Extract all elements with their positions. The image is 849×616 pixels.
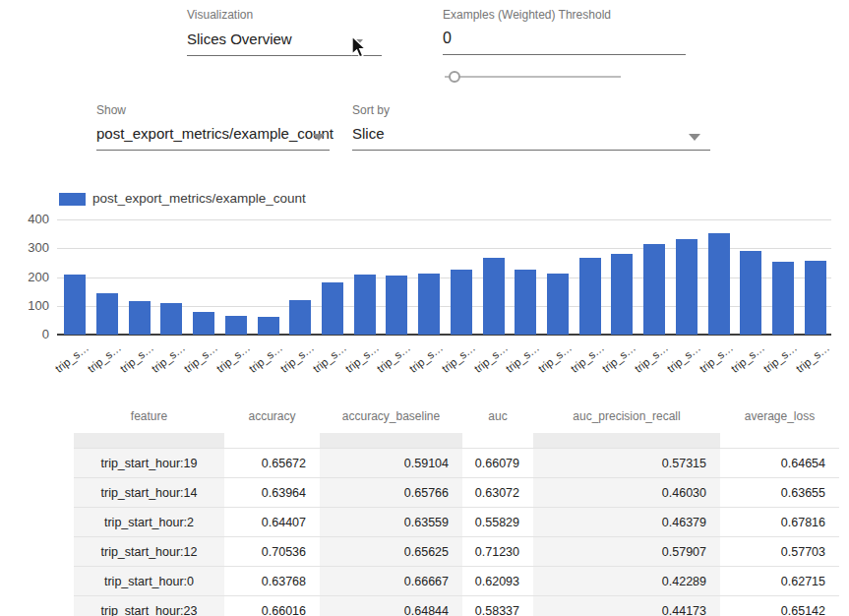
filter-cell[interactable] — [224, 433, 320, 449]
metric-cell: 0.62715 — [720, 567, 839, 596]
metric-cell: 0.57703 — [720, 537, 839, 567]
bar[interactable] — [805, 261, 826, 335]
bar[interactable] — [708, 233, 730, 335]
metric-cell: 0.65142 — [720, 596, 839, 616]
threshold-slider-track[interactable] — [445, 76, 621, 78]
metric-cell: 0.67816 — [720, 508, 839, 537]
bar[interactable] — [418, 274, 440, 335]
bar[interactable] — [322, 282, 343, 335]
filter-cell[interactable] — [462, 433, 533, 449]
bar[interactable] — [193, 312, 214, 335]
metrics-table: featureaccuracyaccuracy_baselineaucauc_p… — [74, 400, 839, 616]
slices-bar-chart: post_export_metrics/example_count 010020… — [0, 185, 849, 382]
feature-cell: trip_start_hour:0 — [74, 567, 224, 596]
metric-cell: 0.63655 — [720, 478, 839, 508]
bar[interactable] — [451, 270, 472, 335]
chevron-down-icon[interactable] — [313, 134, 325, 141]
bar[interactable] — [579, 258, 601, 335]
bar[interactable] — [547, 274, 569, 335]
bar-plot: 0100200300400trip_s…trip_s…trip_s…trip_s… — [0, 185, 849, 382]
bar[interactable] — [386, 276, 407, 335]
y-axis-tick-label: 400 — [10, 212, 49, 226]
metric-cell: 0.55829 — [462, 508, 533, 537]
tfma-slicing-metrics-view: Visualization Slices Overview Examples (… — [0, 0, 849, 616]
table-row[interactable]: trip_start_hour:20.644070.635590.558290.… — [74, 508, 839, 537]
metric-cell: 0.70536 — [224, 537, 320, 567]
visualization-label: Visualization — [187, 8, 382, 22]
y-axis-tick-label: 0 — [10, 327, 49, 341]
metrics-table-head: featureaccuracyaccuracy_baselineaucauc_p… — [74, 400, 839, 449]
bar[interactable] — [515, 270, 536, 335]
metric-cell: 0.57907 — [533, 537, 720, 567]
bar[interactable] — [676, 239, 697, 335]
table-row[interactable]: trip_start_hour:120.705360.656250.712300… — [74, 537, 839, 567]
column-header-auc[interactable]: auc — [462, 400, 533, 433]
metric-cell: 0.59104 — [320, 449, 462, 478]
metrics-table-container: featureaccuracyaccuracy_baselineaucauc_p… — [74, 400, 839, 616]
filter-cell[interactable] — [74, 433, 224, 449]
y-axis-tick-label: 100 — [10, 298, 49, 313]
bar[interactable] — [96, 293, 118, 335]
metric-cell: 0.66079 — [462, 449, 533, 478]
threshold-slider-thumb[interactable] — [449, 71, 460, 83]
table-row[interactable]: trip_start_hour:190.656720.591040.660790… — [74, 449, 839, 478]
metrics-table-body: trip_start_hour:190.656720.591040.660790… — [74, 449, 839, 616]
bar[interactable] — [225, 316, 247, 335]
metric-cell: 0.64844 — [320, 596, 462, 616]
feature-cell: trip_start_hour:2 — [74, 508, 224, 537]
metric-cell: 0.63964 — [224, 478, 320, 508]
metric-cell: 0.46030 — [533, 478, 720, 508]
feature-cell: trip_start_hour:14 — [74, 478, 224, 508]
filter-row — [74, 433, 839, 449]
bar[interactable] — [129, 301, 151, 335]
filter-cell[interactable] — [720, 433, 839, 449]
column-header-accuracy_baseline[interactable]: accuracy_baseline — [320, 400, 462, 433]
column-header-accuracy[interactable]: accuracy — [224, 400, 320, 433]
metric-cell: 0.42289 — [533, 567, 720, 596]
sort-by-value[interactable]: Slice — [352, 125, 710, 142]
y-axis-tick-label: 300 — [10, 240, 49, 255]
bar[interactable] — [611, 254, 633, 335]
show-select[interactable]: Show post_export_metrics/example_count — [96, 103, 334, 151]
bar[interactable] — [160, 303, 182, 335]
filter-cell[interactable] — [320, 433, 462, 449]
filter-cell[interactable] — [533, 433, 720, 449]
column-header-auc_precision_recall[interactable]: auc_precision_recall — [533, 400, 720, 433]
metric-cell: 0.63559 — [320, 508, 462, 537]
threshold-input[interactable]: 0 — [443, 30, 686, 47]
bar[interactable] — [64, 275, 86, 335]
show-label: Show — [96, 103, 334, 117]
table-row[interactable]: trip_start_hour:230.660160.648440.583370… — [74, 596, 839, 616]
metric-cell: 0.44173 — [533, 596, 720, 616]
metric-cell: 0.63072 — [462, 478, 533, 508]
bar[interactable] — [483, 258, 505, 335]
metric-cell: 0.62093 — [462, 567, 533, 596]
bar[interactable] — [258, 317, 279, 335]
bar[interactable] — [289, 300, 311, 335]
threshold-field[interactable]: Examples (Weighted) Threshold 0 — [443, 8, 686, 55]
bar[interactable] — [772, 262, 794, 335]
table-row[interactable]: trip_start_hour:140.639640.657660.630720… — [74, 478, 839, 508]
sort-by-label: Sort by — [352, 103, 710, 117]
metric-cell: 0.71230 — [462, 537, 533, 567]
metric-cell: 0.64654 — [720, 449, 839, 478]
metric-cell: 0.65766 — [320, 478, 462, 508]
chevron-down-icon[interactable] — [689, 134, 700, 141]
table-row[interactable]: trip_start_hour:00.637680.666670.620930.… — [74, 567, 839, 596]
sort-by-select[interactable]: Sort by Slice — [352, 103, 710, 151]
bar[interactable] — [643, 244, 665, 335]
column-header-feature[interactable]: feature — [74, 400, 224, 433]
mouse-cursor-icon — [348, 35, 370, 61]
threshold-underline — [443, 54, 686, 55]
metric-cell: 0.57315 — [533, 449, 720, 478]
bar[interactable] — [740, 251, 761, 335]
bar[interactable] — [354, 275, 376, 335]
metric-cell: 0.66016 — [224, 596, 320, 616]
metric-cell: 0.58337 — [462, 596, 533, 616]
show-underline — [96, 150, 330, 151]
feature-cell: trip_start_hour:12 — [74, 537, 224, 567]
y-axis-tick-label: 200 — [10, 270, 49, 284]
column-header-average_loss[interactable]: average_loss — [720, 400, 839, 433]
show-value[interactable]: post_export_metrics/example_count — [96, 125, 334, 142]
metric-cell: 0.66667 — [320, 567, 462, 596]
